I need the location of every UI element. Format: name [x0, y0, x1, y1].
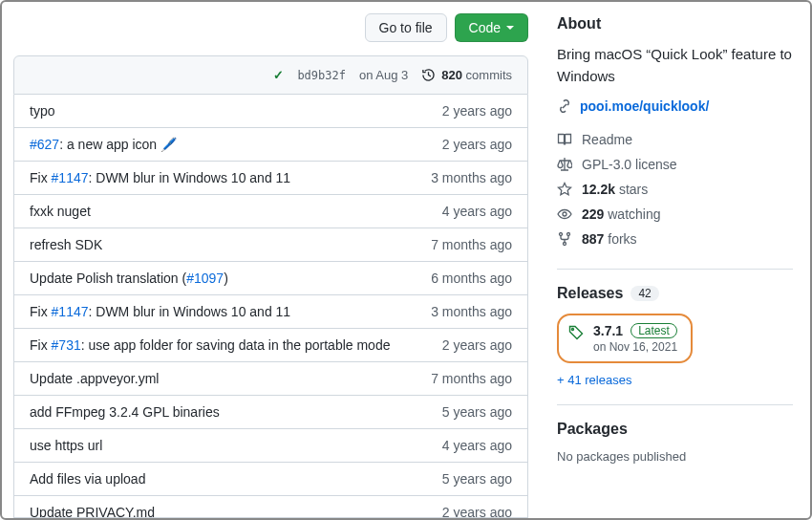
commit-age: 3 months ago — [431, 304, 512, 319]
svg-point-1 — [560, 233, 563, 236]
code-button-label: Code — [469, 20, 501, 35]
more-releases-link[interactable]: + 41 releases — [557, 373, 793, 387]
latest-release[interactable]: 3.7.1 Latest on Nov 16, 2021 — [557, 314, 693, 363]
commit-row[interactable]: Update Polish translation (#1097)6 month… — [14, 261, 527, 294]
svg-point-2 — [567, 233, 570, 236]
about-meta-list: Readme GPL-3.0 license 12.2k stars 229 w… — [557, 127, 793, 251]
readme-link[interactable]: Readme — [557, 127, 793, 152]
commit-age: 7 months ago — [431, 371, 512, 386]
commit-age: 2 years ago — [442, 337, 512, 353]
commit-message: refresh SDK — [30, 237, 102, 252]
commit-message: Update PRIVACY.md — [30, 505, 155, 518]
commits-count: 820 — [441, 68, 462, 82]
tag-icon — [568, 325, 584, 340]
file-list: typo2 years ago#627: a new app icon 🖊️2 … — [13, 95, 528, 518]
check-icon: ✓ — [273, 68, 284, 82]
commit-age: 3 months ago — [431, 170, 512, 185]
commit-message: typo — [30, 103, 54, 119]
commit-row[interactable]: Add files via upload5 years ago — [14, 462, 527, 495]
commit-hash[interactable]: bd9b32f — [297, 69, 346, 82]
commit-row[interactable]: fxxk nuget4 years ago — [14, 194, 527, 228]
about-heading: About — [557, 15, 793, 32]
releases-heading[interactable]: Releases 42 — [557, 285, 793, 302]
book-icon — [557, 132, 572, 147]
commit-age: 4 years ago — [442, 204, 512, 219]
commit-age: 5 years ago — [442, 404, 512, 420]
history-icon — [421, 68, 436, 82]
commit-message: Fix #1147: DWM blur in Windows 10 and 11 — [30, 304, 290, 319]
fork-icon — [557, 231, 572, 247]
commit-row[interactable]: refresh SDK7 months ago — [14, 228, 527, 261]
commit-age: 2 years ago — [442, 103, 512, 119]
commit-message: #627: a new app icon 🖊️ — [30, 137, 177, 152]
commit-age: 7 months ago — [431, 237, 512, 252]
eye-icon — [557, 206, 572, 222]
commit-message: Fix #731: use app folder for saving data… — [30, 337, 390, 353]
chevron-down-icon — [506, 26, 514, 30]
packages-empty: No packages published — [557, 449, 793, 464]
releases-count: 42 — [630, 286, 658, 301]
commit-row[interactable]: Fix #1147: DWM blur in Windows 10 and 11… — [14, 161, 527, 194]
commits-link[interactable]: 820 commits — [421, 68, 512, 82]
repo-website-link[interactable]: pooi.moe/quicklook/ — [557, 98, 793, 114]
commit-age: 2 years ago — [442, 137, 512, 152]
commits-label: commits — [466, 68, 512, 82]
commit-row[interactable]: Fix #731: use app folder for saving data… — [14, 328, 527, 361]
commit-summary-bar: ✓ bd9b32f on Aug 3 820 commits — [13, 55, 528, 95]
forks-link[interactable]: 887 forks — [557, 227, 793, 251]
star-icon — [557, 182, 572, 197]
commit-message: Update Polish translation (#1097) — [30, 271, 228, 286]
code-button[interactable]: Code — [455, 13, 528, 42]
commit-message: fxxk nuget — [30, 204, 91, 219]
repo-toolbar: Go to file Code — [13, 13, 538, 55]
about-description: Bring macOS “Quick Look” feature to Wind… — [557, 44, 793, 87]
commit-message: Add files via upload — [30, 471, 145, 487]
go-to-file-button[interactable]: Go to file — [365, 13, 447, 42]
commit-age: 5 years ago — [442, 471, 512, 487]
commit-age: 2 years ago — [442, 505, 512, 518]
repo-website-text: pooi.moe/quicklook/ — [580, 98, 709, 114]
commit-row[interactable]: add FFmpeg 3.2.4 GPL binaries5 years ago — [14, 395, 527, 428]
stars-link[interactable]: 12.2k stars — [557, 177, 793, 202]
release-version: 3.7.1 — [593, 323, 623, 338]
packages-heading[interactable]: Packages — [557, 421, 793, 438]
release-date: on Nov 16, 2021 — [593, 340, 677, 354]
commit-row[interactable]: Update PRIVACY.md2 years ago — [14, 495, 527, 518]
latest-badge: Latest — [630, 323, 677, 338]
svg-point-3 — [564, 243, 566, 246]
commit-row[interactable]: Update .appveyor.yml7 months ago — [14, 361, 527, 395]
commit-message: use https url — [30, 438, 102, 453]
commit-row[interactable]: use https url4 years ago — [14, 428, 527, 462]
license-link[interactable]: GPL-3.0 license — [557, 152, 793, 177]
commit-age: 6 months ago — [431, 271, 512, 286]
commit-row[interactable]: #627: a new app icon 🖊️2 years ago — [14, 127, 527, 161]
commit-message: Fix #1147: DWM blur in Windows 10 and 11 — [30, 170, 290, 185]
watching-link[interactable]: 229 watching — [557, 202, 793, 227]
svg-point-0 — [563, 212, 566, 216]
law-icon — [557, 157, 572, 172]
commit-age: 4 years ago — [442, 438, 512, 453]
commit-row[interactable]: typo2 years ago — [14, 95, 527, 127]
commit-date: on Aug 3 — [359, 68, 408, 82]
commit-message: add FFmpeg 3.2.4 GPL binaries — [30, 404, 220, 420]
link-icon — [557, 98, 572, 114]
commit-message: Update .appveyor.yml — [30, 371, 159, 386]
commit-row[interactable]: Fix #1147: DWM blur in Windows 10 and 11… — [14, 294, 527, 328]
svg-point-4 — [572, 329, 574, 331]
